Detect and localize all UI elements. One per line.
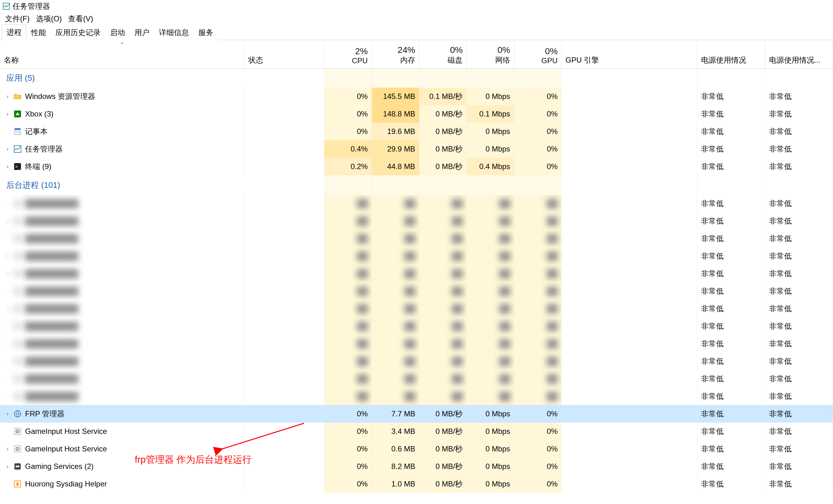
tab-users[interactable]: 用户 <box>130 25 154 40</box>
process-name: Windows 资源管理器 <box>25 92 95 101</box>
process-gpu-engine <box>562 230 697 247</box>
group-header[interactable]: 后台进程 (101) <box>0 175 833 195</box>
tab-processes[interactable]: 进程 <box>2 24 26 40</box>
process-name-cell[interactable]: ›GameInput Host Service <box>0 440 244 458</box>
column-power-trend[interactable]: 电源使用情况... <box>765 40 833 68</box>
process-name-cell[interactable]: ›██████████ <box>0 212 244 230</box>
column-status[interactable]: 状态 <box>244 40 324 68</box>
process-name-cell[interactable]: ██████████ <box>0 195 244 212</box>
expand-chevron-icon[interactable]: › <box>5 163 10 170</box>
process-gpu: 0% <box>514 458 561 475</box>
table-row[interactable]: ›>_终端 (9)0.2%44.8 MB0 MB/秒0.4 Mbps0%非常低非… <box>0 158 833 175</box>
column-disk[interactable]: 0% 磁盘 <box>419 40 466 68</box>
expand-chevron-icon[interactable]: › <box>5 253 10 259</box>
svg-rect-3 <box>15 128 20 130</box>
expand-chevron-icon[interactable]: › <box>5 111 10 118</box>
table-row[interactable]: ████████████████████非常低非常低 <box>0 318 833 335</box>
menu-options[interactable]: 选项(O) <box>33 12 65 25</box>
table-row[interactable]: ›FRP 管理器0%7.7 MB0 MB/秒0 Mbps0%非常低非常低 <box>0 405 833 423</box>
menu-view[interactable]: 查看(V) <box>65 12 96 25</box>
table-row[interactable]: ›任务管理器0.4%29.9 MB0 MB/秒0 Mbps0%非常低非常低 <box>0 140 833 158</box>
expand-chevron-icon[interactable]: › <box>5 146 10 152</box>
svg-rect-12 <box>15 253 21 259</box>
tab-performance[interactable]: 性能 <box>26 25 51 40</box>
process-name: ██████████ <box>25 234 78 243</box>
process-name-cell[interactable]: ›FRP 管理器 <box>0 405 244 423</box>
notepad-icon <box>13 127 22 136</box>
table-row[interactable]: GameInput Host Service0%3.4 MB0 MB/秒0 Mb… <box>0 423 833 440</box>
process-name-cell[interactable]: ██████████ <box>0 282 244 300</box>
process-status <box>244 140 324 158</box>
column-power[interactable]: 电源使用情况 <box>697 40 765 68</box>
column-name[interactable]: ⌃ 名称 <box>0 40 244 68</box>
table-row[interactable]: ›████████████████████非常低非常低 <box>0 247 833 265</box>
process-name-cell[interactable]: ██████████ <box>0 230 244 247</box>
process-gpu-engine <box>562 87 697 105</box>
process-name-cell[interactable]: ██████████ <box>0 335 244 352</box>
tab-services[interactable]: 服务 <box>194 25 218 40</box>
expand-chevron-icon[interactable]: › <box>5 93 10 100</box>
expand-chevron-icon[interactable]: › <box>5 411 10 417</box>
folder-icon <box>13 92 22 101</box>
menu-file[interactable]: 文件(F) <box>2 12 33 25</box>
table-row[interactable]: ›Gaming Services (2)0%8.2 MB0 MB/秒0 Mbps… <box>0 458 833 475</box>
table-row[interactable]: ›████████████████████非常低非常低 <box>0 300 833 318</box>
process-name-cell[interactable]: ›██████████ <box>0 300 244 318</box>
process-name-cell[interactable]: 记事本 <box>0 123 244 140</box>
process-name-cell[interactable]: ›Xbox (3) <box>0 105 244 123</box>
process-power-trend: 非常低 <box>765 123 833 140</box>
process-name-cell[interactable]: ›Windows 资源管理器 <box>0 87 244 105</box>
process-name-cell[interactable]: ██████████ <box>0 370 244 387</box>
column-network[interactable]: 0% 网络 <box>467 40 514 68</box>
process-name-cell[interactable]: ›██████████ <box>0 247 244 265</box>
process-power-trend: 非常低 <box>765 352 833 370</box>
process-memory: 7.7 MB <box>372 405 419 423</box>
process-name-cell[interactable]: ██████████ <box>0 318 244 335</box>
process-name-cell[interactable]: ›>_终端 (9) <box>0 158 244 175</box>
generic-icon <box>13 339 22 348</box>
expand-chevron-icon[interactable]: › <box>5 218 10 224</box>
process-network: ██ <box>467 352 514 370</box>
table-row[interactable]: ████████████████████非常低非常低 <box>0 195 833 212</box>
table-row[interactable]: ›Windows 资源管理器0%145.5 MB0.1 MB/秒0 Mbps0%… <box>0 87 833 105</box>
expand-chevron-icon[interactable]: › <box>5 463 10 470</box>
table-row[interactable]: Huorong Sysdiag Helper0%1.0 MB0 MB/秒0 Mb… <box>0 475 833 493</box>
table-row[interactable]: ████████████████████非常低非常低 <box>0 370 833 387</box>
process-name-cell[interactable]: Huorong Sysdiag Helper <box>0 475 244 493</box>
process-name-cell[interactable]: ██████████ <box>0 352 244 370</box>
process-status <box>244 158 324 175</box>
column-gpu[interactable]: 0% GPU <box>514 40 561 68</box>
process-name-cell[interactable]: GameInput Host Service <box>0 423 244 440</box>
process-network: 0 Mbps <box>467 405 514 423</box>
process-name: ██████████ <box>25 287 78 296</box>
process-gpu-engine <box>562 387 697 405</box>
expand-chevron-icon[interactable]: › <box>5 305 10 312</box>
process-disk: ██ <box>419 230 466 247</box>
tab-details[interactable]: 详细信息 <box>154 25 194 40</box>
table-row[interactable]: ████████████████████非常低非常低 <box>0 352 833 370</box>
table-row[interactable]: ›████████████████████非常低非常低 <box>0 265 833 282</box>
process-gpu: ██ <box>514 195 561 212</box>
process-name-cell[interactable]: ›任务管理器 <box>0 140 244 158</box>
column-cpu[interactable]: 2% CPU <box>324 40 372 68</box>
column-gpu-engine[interactable]: GPU 引擎 <box>562 40 697 68</box>
process-cpu: 0% <box>324 440 372 458</box>
table-row[interactable]: ›████████████████████非常低非常低 <box>0 212 833 230</box>
expand-chevron-icon[interactable]: › <box>5 271 10 277</box>
table-row[interactable]: ████████████████████非常低非常低 <box>0 282 833 300</box>
tab-startup[interactable]: 启动 <box>105 25 130 40</box>
table-row[interactable]: ████████████████████非常低非常低 <box>0 387 833 405</box>
task-manager-window: { "window": { "title": "任务管理器" }, "menub… <box>0 0 833 504</box>
table-row[interactable]: ›GameInput Host Service0%0.6 MB0 MB/秒0 M… <box>0 440 833 458</box>
process-name-cell[interactable]: ›██████████ <box>0 265 244 282</box>
expand-chevron-icon[interactable]: › <box>5 446 10 452</box>
tab-app-history[interactable]: 应用历史记录 <box>51 25 105 40</box>
table-row[interactable]: ›Xbox (3)0%148.8 MB0 MB/秒0.1 Mbps0%非常低非常… <box>0 105 833 123</box>
table-row[interactable]: ████████████████████非常低非常低 <box>0 230 833 247</box>
group-header[interactable]: 应用 (5) <box>0 68 833 87</box>
process-name-cell[interactable]: ›Gaming Services (2) <box>0 458 244 475</box>
table-row[interactable]: 记事本0%19.6 MB0 MB/秒0 Mbps0%非常低非常低 <box>0 123 833 140</box>
table-row[interactable]: ████████████████████非常低非常低 <box>0 335 833 352</box>
column-memory[interactable]: 24% 内存 <box>372 40 419 68</box>
process-name-cell[interactable]: ██████████ <box>0 387 244 405</box>
